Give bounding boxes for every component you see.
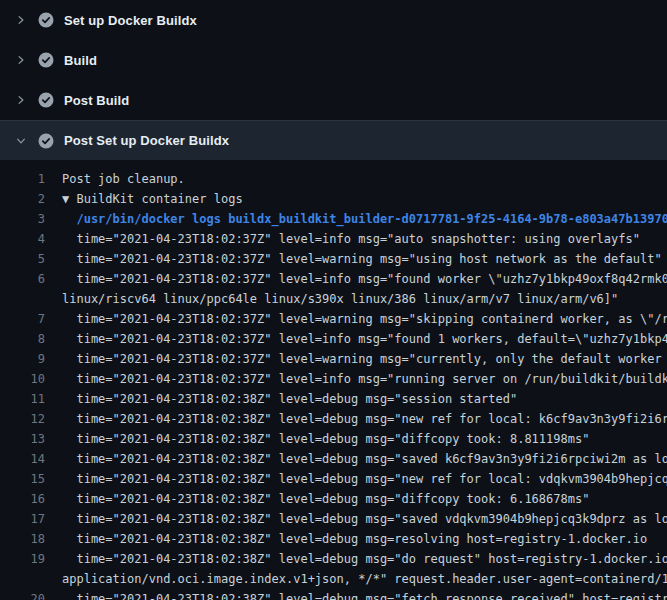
log-text: time="2021-04-23T18:02:38Z" level=debug … [45,489,667,509]
step-header-build[interactable]: Build [0,40,667,80]
line-number[interactable]: 9 [0,349,45,369]
log-text: time="2021-04-23T18:02:37Z" level=warnin… [45,349,667,369]
step-list: Set up Docker Buildx Build Post Build [0,0,667,160]
log-text: time="2021-04-23T18:02:37Z" level=warnin… [45,249,667,269]
log-line: 13 time="2021-04-23T18:02:38Z" level=deb… [0,429,667,449]
step-label: Post Set up Docker Buildx [64,133,229,148]
log-text: time="2021-04-23T18:02:37Z" level=info m… [45,229,667,249]
log-text: time="2021-04-23T18:02:38Z" level=debug … [45,409,667,429]
step-header-post-build[interactable]: Post Build [0,80,667,120]
log-text: Post job cleanup. [45,169,667,189]
log-group-toggle[interactable]: ▼ BuildKit container logs [45,189,667,209]
log-line: 19 time="2021-04-23T18:02:38Z" level=deb… [0,549,667,569]
actions-log-viewer: Set up Docker Buildx Build Post Build [0,0,667,600]
line-number[interactable]: 2 [0,189,45,209]
command-text: /usr/bin/docker logs buildx_buildkit_bui… [45,209,667,229]
log-text: time="2021-04-23T18:02:38Z" level=debug … [45,469,667,489]
line-number[interactable]: 17 [0,509,45,529]
log-text: time="2021-04-23T18:02:38Z" level=debug … [45,549,667,569]
success-check-icon [38,133,54,149]
log-line: 11 time="2021-04-23T18:02:38Z" level=deb… [0,389,667,409]
line-number[interactable]: 6 [0,269,45,289]
success-check-icon [38,12,54,28]
log-output: 1Post job cleanup.2▼ BuildKit container … [0,160,667,600]
log-line: 8 time="2021-04-23T18:02:37Z" level=info… [0,329,667,349]
line-number [0,569,45,589]
log-line: 14 time="2021-04-23T18:02:38Z" level=deb… [0,449,667,469]
line-number[interactable]: 15 [0,469,45,489]
step-label: Set up Docker Buildx [64,13,197,28]
step-header-post-set-up-docker-buildx[interactable]: Post Set up Docker Buildx [0,120,667,160]
step-label: Build [64,53,97,68]
log-text: time="2021-04-23T18:02:38Z" level=debug … [45,509,667,529]
log-line: 5 time="2021-04-23T18:02:37Z" level=warn… [0,249,667,269]
line-number[interactable]: 5 [0,249,45,269]
line-number[interactable]: 12 [0,409,45,429]
chevron-right-icon [14,53,28,67]
log-text: time="2021-04-23T18:02:38Z" level=debug … [45,449,667,469]
log-line: 12 time="2021-04-23T18:02:38Z" level=deb… [0,409,667,429]
line-number[interactable]: 10 [0,369,45,389]
log-line: 3 /usr/bin/docker logs buildx_buildkit_b… [0,209,667,229]
log-text: time="2021-04-23T18:02:37Z" level=warnin… [45,309,667,329]
log-line: 7 time="2021-04-23T18:02:37Z" level=warn… [0,309,667,329]
log-line: 4 time="2021-04-23T18:02:37Z" level=info… [0,229,667,249]
log-line: 16 time="2021-04-23T18:02:38Z" level=deb… [0,489,667,509]
log-line: 20 time="2021-04-23T18:02:38Z" level=deb… [0,589,667,600]
log-text: time="2021-04-23T18:02:38Z" level=debug … [45,589,667,600]
step-header-set-up-docker-buildx[interactable]: Set up Docker Buildx [0,0,667,40]
log-line: 17 time="2021-04-23T18:02:38Z" level=deb… [0,509,667,529]
line-number[interactable]: 7 [0,309,45,329]
log-text: time="2021-04-23T18:02:38Z" level=debug … [45,389,667,409]
line-number[interactable]: 18 [0,529,45,549]
step-label: Post Build [64,93,129,108]
chevron-right-icon [14,13,28,27]
log-line: 2▼ BuildKit container logs [0,189,667,209]
log-text: application/vnd.oci.image.index.v1+json,… [45,569,667,589]
line-number[interactable]: 8 [0,329,45,349]
log-text: linux/riscv64 linux/ppc64le linux/s390x … [45,289,667,309]
line-number[interactable]: 4 [0,229,45,249]
log-text: time="2021-04-23T18:02:38Z" level=debug … [45,529,667,549]
log-text: time="2021-04-23T18:02:37Z" level=info m… [45,269,667,289]
log-line: 9 time="2021-04-23T18:02:37Z" level=warn… [0,349,667,369]
log-line: application/vnd.oci.image.index.v1+json,… [0,569,667,589]
chevron-right-icon [14,93,28,107]
line-number[interactable]: 14 [0,449,45,469]
line-number[interactable]: 16 [0,489,45,509]
log-line: linux/riscv64 linux/ppc64le linux/s390x … [0,289,667,309]
line-number[interactable]: 19 [0,549,45,569]
success-check-icon [38,92,54,108]
log-line: 15 time="2021-04-23T18:02:38Z" level=deb… [0,469,667,489]
line-number[interactable]: 3 [0,209,45,229]
log-line: 1Post job cleanup. [0,169,667,189]
line-number[interactable]: 20 [0,589,45,600]
chevron-down-icon [14,134,28,148]
line-number [0,289,45,309]
log-text: time="2021-04-23T18:02:37Z" level=info m… [45,329,667,349]
log-line: 18 time="2021-04-23T18:02:38Z" level=deb… [0,529,667,549]
success-check-icon [38,52,54,68]
log-text: time="2021-04-23T18:02:37Z" level=info m… [45,369,667,389]
log-line: 10 time="2021-04-23T18:02:37Z" level=inf… [0,369,667,389]
line-number[interactable]: 1 [0,169,45,189]
line-number[interactable]: 11 [0,389,45,409]
line-number[interactable]: 13 [0,429,45,449]
log-line: 6 time="2021-04-23T18:02:37Z" level=info… [0,269,667,289]
log-text: time="2021-04-23T18:02:38Z" level=debug … [45,429,667,449]
